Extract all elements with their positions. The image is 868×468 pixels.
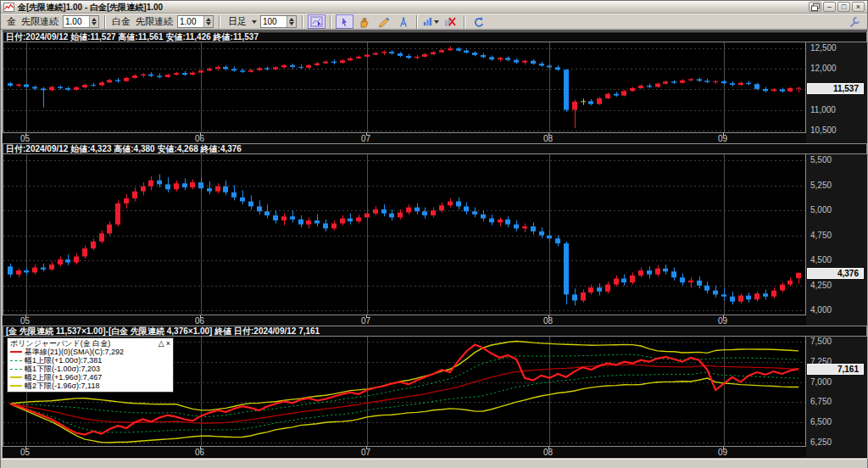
month-label: 05 <box>20 134 30 143</box>
cascade-windows-button[interactable] <box>809 2 821 12</box>
spinner-down-icon[interactable] <box>206 22 211 25</box>
price-axis-label: 5,500 <box>810 156 832 164</box>
toolbar-separator <box>219 15 220 29</box>
spread-chart-yaxis: 7,5007,2507,0006,7506,5006,2507,161 <box>806 337 867 457</box>
month-label: 09 <box>718 134 727 143</box>
dropdown-arrow-icon[interactable] <box>252 20 257 24</box>
current-price-badge: 7,161 <box>807 364 864 375</box>
chart-type-button[interactable] <box>422 14 440 29</box>
month-label: 06 <box>195 134 204 143</box>
month-label: 08 <box>543 316 553 326</box>
compass-tool-button[interactable] <box>394 14 412 29</box>
app-chart-icon <box>3 3 14 12</box>
hand-tool-button[interactable] <box>355 14 373 29</box>
compass-icon <box>397 16 410 28</box>
month-label: 06 <box>195 316 204 326</box>
price-axis-label: 4,500 <box>810 256 832 265</box>
price-axis-label: 10,500 <box>810 126 837 135</box>
platinum-multiplier-arrows[interactable] <box>203 16 213 27</box>
period-dropdown[interactable]: 日足 <box>225 15 257 28</box>
platinum-multiplier-spinner[interactable]: 1.00 <box>177 15 214 28</box>
spinner-up-icon[interactable] <box>289 18 294 21</box>
price-axis-label: 7,500 <box>810 337 832 346</box>
gold-multiplier-arrows[interactable] <box>89 16 98 27</box>
refresh-icon <box>472 16 485 28</box>
price-axis-label: 7,000 <box>810 378 832 387</box>
spinner-up-icon[interactable] <box>92 18 97 21</box>
price-axis-label: 6,750 <box>810 398 832 406</box>
kchart-select-button[interactable] <box>308 14 326 29</box>
dropdown-arrow-icon[interactable] <box>434 20 439 24</box>
platinum-chart-info-bar: 日付:2024/09/12 始値:4,323 高値:4,380 安値:4,268… <box>3 143 867 154</box>
platinum-series-label: 先限連続 <box>136 15 173 28</box>
bar-count-arrows[interactable] <box>287 16 296 27</box>
legend-line-sample <box>10 369 22 370</box>
spread-chart-info-bar: [金 先限連続 11,537×1.00]-[白金 先限連続 4,376×1.00… <box>3 326 867 337</box>
legend-line-sample <box>10 385 22 387</box>
chart-area: 日付:2024/09/12 始値:11,527 高値:11,561 安値:11,… <box>2 30 868 459</box>
refresh-button[interactable] <box>470 14 487 29</box>
spinner-down-icon[interactable] <box>289 22 294 25</box>
platinum-chart-panel: 日付:2024/09/12 始値:4,323 高値:4,380 安値:4,268… <box>3 143 867 326</box>
month-label: 07 <box>361 316 370 326</box>
gold-chart-xaxis: 0506070809 <box>3 132 806 143</box>
price-axis-label: 6,250 <box>810 438 832 447</box>
toolbar-separator <box>104 15 106 29</box>
maximize-button[interactable]: □ <box>837 2 850 12</box>
window-titlebar[interactable]: 金[先限連続]1.00 - 白金[先限連続]1.00 – □ × <box>1 1 867 14</box>
gold-multiplier-value[interactable]: 1.00 <box>64 16 89 27</box>
remove-study-icon <box>444 16 457 27</box>
period-label[interactable]: 日足 <box>228 15 247 28</box>
month-label: 05 <box>20 316 30 326</box>
toolbar: 金 先限連続 1.00 白金 先限連続 1.00 日足 100 <box>1 14 867 30</box>
price-axis-label: 6,500 <box>810 418 832 426</box>
bar-count-spinner[interactable]: 100 <box>260 15 297 28</box>
gold-symbol-label: 金 <box>7 15 16 28</box>
app-window: 金[先限連続]1.00 - 白金[先限連続]1.00 – □ × 金 先限連続 … <box>0 0 868 468</box>
legend-line-sample <box>10 376 22 378</box>
window-title: 金[先限連続]1.00 - 白金[先限連続]1.00 <box>18 2 807 13</box>
price-axis-label: 5,000 <box>810 206 832 214</box>
platinum-multiplier-value[interactable]: 1.00 <box>178 16 203 27</box>
price-axis-label: 12,500 <box>810 44 837 53</box>
gold-chart-yaxis: 12,50012,00011,00010,50011,537 <box>806 42 867 143</box>
minimize-button[interactable]: – <box>823 2 836 12</box>
remove-study-button[interactable] <box>442 14 459 29</box>
month-label: 07 <box>361 134 370 143</box>
platinum-chart-yaxis: 5,5005,2505,0004,7504,5004,2504,0004,376 <box>806 154 867 326</box>
spinner-up-icon[interactable] <box>206 18 211 21</box>
legend-row-label: 幅2下限(-1.96σ):7,118 <box>25 381 99 392</box>
cascade-icon <box>811 3 820 11</box>
toolbar-separator <box>302 15 303 29</box>
month-label: 06 <box>195 448 204 457</box>
platinum-symbol-label: 白金 <box>112 15 131 28</box>
bar-chart-icon <box>423 16 432 27</box>
legend-collapse-button[interactable]: △ <box>159 339 164 348</box>
month-label: 05 <box>20 448 30 457</box>
current-price-badge: 11,537 <box>807 83 864 94</box>
month-label: 08 <box>543 134 553 143</box>
bollinger-legend: ボリンジャーバンド(金 白金)△×基準線(21)(0)(SMA)(C):7,29… <box>7 337 174 393</box>
month-label: 07 <box>361 448 370 457</box>
pencil-tool-button[interactable] <box>375 14 392 29</box>
legend-close-button[interactable]: × <box>166 339 170 348</box>
cursor-tool-button[interactable] <box>336 14 353 29</box>
pencil-icon <box>377 16 391 28</box>
wrench-icon <box>849 16 860 28</box>
spinner-down-icon[interactable] <box>92 22 97 25</box>
price-axis-label: 4,750 <box>810 231 832 240</box>
platinum-chart-plot[interactable] <box>3 154 806 315</box>
bar-count-value[interactable]: 100 <box>261 16 287 27</box>
spread-chart-xaxis: 0506070809 <box>3 446 806 457</box>
gold-multiplier-spinner[interactable]: 1.00 <box>63 15 99 28</box>
price-axis-label: 4,000 <box>810 306 832 315</box>
legend-row: 幅2下限(-1.96σ):7,118 <box>8 382 172 390</box>
gold-chart-panel: 日付:2024/09/12 始値:11,527 高値:11,561 安値:11,… <box>3 31 867 143</box>
close-button[interactable]: × <box>852 2 865 12</box>
legend-line-sample <box>10 360 22 361</box>
gold-chart-info-bar: 日付:2024/09/12 始値:11,527 高値:11,561 安値:11,… <box>3 31 867 42</box>
spread-chart-panel: [金 先限連続 11,537×1.00]-[白金 先限連続 4,376×1.00… <box>3 326 867 457</box>
settings-button[interactable] <box>845 14 863 29</box>
month-label: 08 <box>543 448 553 457</box>
gold-chart-plot[interactable] <box>3 42 806 132</box>
